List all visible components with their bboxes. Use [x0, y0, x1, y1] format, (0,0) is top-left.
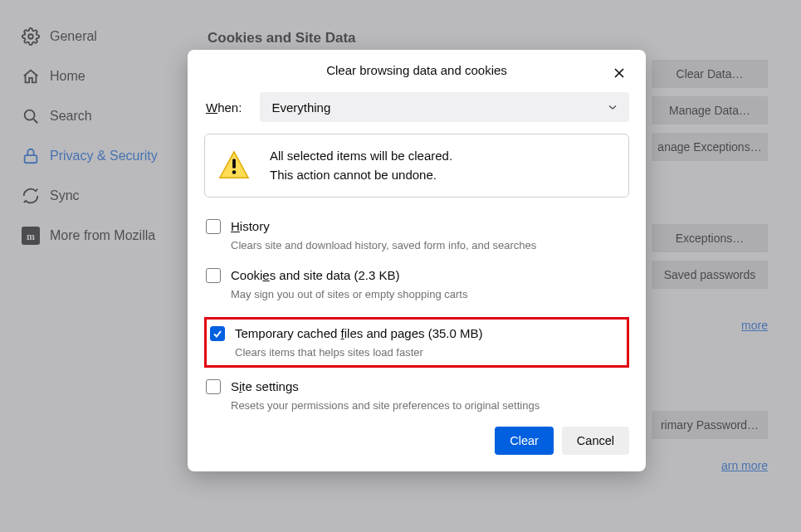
warning-box: All selected items will be cleared. This…	[204, 134, 629, 198]
highlight-box: Temporary cached files and pages (35.0 M…	[204, 317, 629, 368]
clear-button[interactable]: Clear	[495, 427, 554, 455]
cache-checkbox[interactable]	[210, 326, 225, 341]
dialog-title: Clear browsing data and cookies	[326, 63, 507, 77]
close-icon[interactable]	[609, 63, 629, 83]
when-label: When:	[204, 100, 242, 115]
site-checkbox[interactable]	[206, 379, 221, 394]
cache-label: Temporary cached files and pages (35.0 M…	[235, 326, 483, 340]
cancel-button[interactable]: Cancel	[562, 427, 629, 455]
chevron-down-icon	[608, 102, 618, 112]
clear-data-dialog: Clear browsing data and cookies When: Ev…	[188, 50, 646, 471]
when-select-value: Everything	[271, 100, 330, 115]
history-checkbox[interactable]	[206, 219, 221, 234]
cookies-checkbox[interactable]	[206, 268, 221, 283]
when-select[interactable]: Everything	[260, 92, 629, 122]
site-desc: Resets your permissions and site prefere…	[231, 399, 629, 412]
cookies-desc: May sign you out of sites or empty shopp…	[231, 288, 629, 300]
cookies-label: Cookies and site data (2.3 KB)	[231, 268, 399, 282]
history-label: History	[231, 219, 270, 233]
history-desc: Clears site and download history, saved …	[231, 239, 629, 251]
cache-desc: Clears items that helps sites load faste…	[235, 346, 625, 359]
site-label: Site settings	[231, 379, 299, 393]
svg-point-7	[232, 171, 237, 175]
svg-rect-6	[232, 159, 236, 168]
warning-line2: This action cannot be undone.	[270, 165, 452, 184]
warning-icon	[218, 149, 250, 181]
warning-line1: All selected items will be cleared.	[270, 146, 452, 165]
